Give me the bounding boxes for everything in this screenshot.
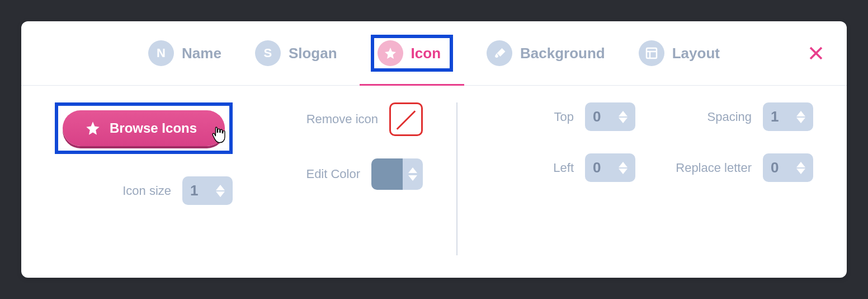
left-row: Left 0 (491, 153, 635, 182)
spacing-value: 1 (771, 108, 779, 125)
stepper-arrows-icon (796, 111, 805, 123)
layout-icon (639, 40, 664, 66)
col-position: Top 0 Left 0 (491, 102, 635, 255)
stepper-arrows-icon (619, 162, 628, 174)
replace-letter-row: Replace letter 0 (669, 153, 813, 182)
tab-slogan[interactable]: S Slogan (255, 40, 337, 66)
tab-name-label: Name (182, 45, 221, 62)
remove-icon-button[interactable] (389, 102, 423, 136)
tabs-bar: N Name S Slogan Icon Background Layout (21, 21, 847, 86)
edit-color-label: Edit Color (306, 167, 360, 181)
vertical-divider (456, 102, 457, 255)
paint-bucket-icon (487, 40, 512, 66)
tab-name[interactable]: N Name (148, 40, 221, 66)
stepper-arrows-icon (796, 162, 805, 174)
color-swatch (371, 158, 403, 190)
icon-size-label: Icon size (122, 184, 171, 198)
col-browse: Browse Icons Icon size 1 (55, 102, 233, 255)
browse-icons-button[interactable]: Browse Icons (63, 110, 225, 146)
tab-icon[interactable]: Icon (371, 35, 453, 72)
tab-layout[interactable]: Layout (639, 40, 720, 66)
replace-letter-value: 0 (771, 159, 779, 176)
stepper-arrows-icon (619, 111, 628, 123)
svg-rect-0 (647, 48, 657, 58)
col-spacing: Spacing 1 Replace letter 0 (669, 102, 813, 255)
remove-icon-row: Remove icon (266, 102, 423, 136)
star-icon (85, 120, 101, 136)
tab-background-label: Background (520, 45, 605, 62)
icon-size-row: Icon size 1 (55, 176, 233, 205)
left-value: 0 (593, 159, 601, 176)
left-label: Left (553, 161, 574, 175)
top-value: 0 (593, 108, 601, 125)
editor-panel: N Name S Slogan Icon Background Layout (21, 21, 847, 278)
top-label: Top (554, 110, 574, 124)
browse-highlight-box: Browse Icons (55, 102, 233, 154)
spacing-label: Spacing (707, 110, 752, 124)
tab-name-letter-icon: N (148, 40, 174, 66)
replace-letter-label: Replace letter (676, 161, 752, 175)
tab-slogan-label: Slogan (289, 45, 337, 62)
col-icon-ops: Remove icon Edit Color (266, 102, 423, 255)
edit-color-stepper[interactable] (371, 158, 423, 190)
top-stepper[interactable]: 0 (585, 102, 635, 131)
controls-body: Browse Icons Icon size 1 Remove icon Edi… (21, 86, 847, 278)
active-tab-underline (360, 84, 464, 86)
spacing-stepper[interactable]: 1 (763, 102, 813, 131)
left-stepper[interactable]: 0 (585, 153, 635, 182)
icon-size-stepper[interactable]: 1 (182, 176, 233, 205)
star-icon (378, 40, 403, 66)
close-button[interactable] (808, 45, 824, 62)
tab-slogan-letter-icon: S (255, 40, 281, 66)
close-icon (808, 45, 824, 62)
top-row: Top 0 (491, 102, 635, 131)
stepper-arrows-icon (216, 185, 225, 197)
tab-layout-label: Layout (672, 45, 720, 62)
edit-color-row: Edit Color (266, 158, 423, 190)
replace-letter-stepper[interactable]: 0 (763, 153, 813, 182)
icon-size-value: 1 (190, 182, 198, 199)
tab-icon-label: Icon (411, 45, 441, 62)
hand-cursor-icon (210, 126, 226, 144)
remove-icon-label: Remove icon (306, 112, 378, 127)
tab-background[interactable]: Background (487, 40, 605, 66)
stepper-arrows-icon (403, 158, 423, 190)
spacing-row: Spacing 1 (669, 102, 813, 131)
browse-icons-label: Browse Icons (110, 120, 197, 136)
